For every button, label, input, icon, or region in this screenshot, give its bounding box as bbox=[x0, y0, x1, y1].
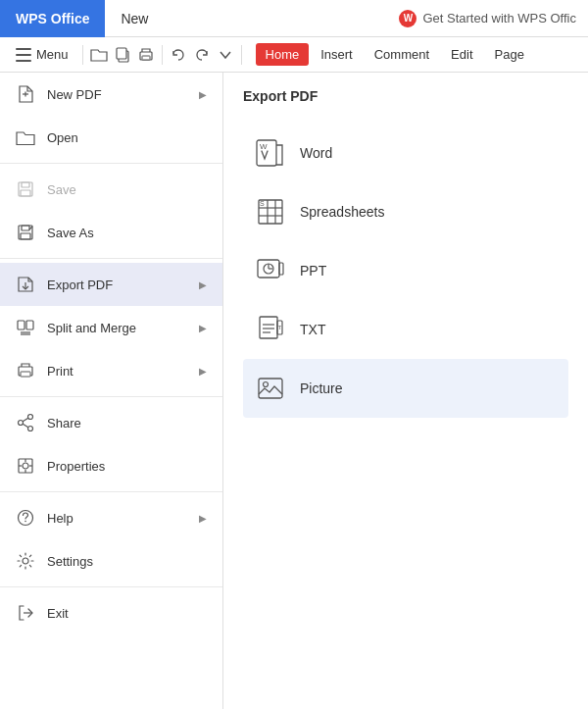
split-merge-icon bbox=[16, 318, 35, 337]
svg-point-28 bbox=[23, 463, 28, 469]
menu-button[interactable]: Menu bbox=[8, 43, 76, 66]
help-icon bbox=[16, 508, 35, 528]
spreadsheets-icon: S bbox=[255, 196, 286, 228]
properties-label: Properties bbox=[47, 459, 207, 474]
svg-rect-1 bbox=[16, 54, 31, 56]
svg-rect-10 bbox=[22, 182, 29, 187]
menu-label: Menu bbox=[36, 47, 69, 62]
svg-rect-16 bbox=[18, 321, 24, 329]
wps-red-icon: W bbox=[399, 10, 416, 27]
right-panel: Export PDF W Word bbox=[223, 73, 588, 709]
tab-edit[interactable]: Edit bbox=[441, 43, 482, 66]
open-icon bbox=[16, 127, 35, 147]
submenu-item-ppt[interactable]: PPT bbox=[243, 241, 568, 300]
svg-rect-2 bbox=[16, 60, 31, 62]
menu-item-help[interactable]: Help ▶ bbox=[0, 496, 222, 539]
svg-line-25 bbox=[23, 418, 28, 422]
svg-rect-17 bbox=[26, 321, 33, 329]
split-merge-arrow: ▶ bbox=[199, 323, 207, 333]
menu-item-settings[interactable]: Settings bbox=[0, 539, 222, 582]
save-icon bbox=[16, 179, 35, 199]
chevron-down-icon bbox=[220, 51, 231, 59]
print-icon bbox=[16, 361, 35, 380]
split-merge-label: Split and Merge bbox=[47, 321, 187, 335]
export-pdf-icon bbox=[16, 275, 35, 294]
new-pdf-arrow: ▶ bbox=[199, 89, 207, 100]
main-area: New PDF ▶ Open Save bbox=[0, 73, 588, 709]
word-icon: W bbox=[255, 137, 286, 169]
menu-item-share[interactable]: Share bbox=[0, 401, 222, 444]
nav-tabs: Home Insert Comment Edit Page bbox=[256, 43, 534, 66]
open-label: Open bbox=[47, 130, 207, 145]
spreadsheets-label: Spreadsheets bbox=[300, 204, 384, 220]
svg-rect-56 bbox=[259, 379, 282, 398]
folder-open-button[interactable] bbox=[89, 45, 109, 65]
submenu-item-word[interactable]: W Word bbox=[243, 124, 568, 182]
title-new-tab: New bbox=[105, 11, 164, 26]
menu-item-print[interactable]: Print ▶ bbox=[0, 349, 222, 392]
sep-5 bbox=[0, 586, 222, 587]
dropdown-button[interactable] bbox=[216, 45, 235, 65]
menu-item-properties[interactable]: Properties bbox=[0, 444, 222, 487]
title-bar: WPS Office New W Get Started with WPS Of… bbox=[0, 0, 588, 37]
hamburger-icon bbox=[16, 48, 31, 62]
print-arrow: ▶ bbox=[199, 366, 207, 377]
tab-page[interactable]: Page bbox=[485, 43, 534, 66]
export-pdf-label: Export PDF bbox=[47, 278, 187, 292]
share-label: Share bbox=[47, 416, 207, 430]
share-icon bbox=[16, 413, 35, 432]
submenu-item-picture[interactable]: Picture bbox=[243, 359, 568, 418]
sep-4 bbox=[0, 491, 222, 492]
picture-label: Picture bbox=[300, 380, 343, 396]
menu-item-export-pdf[interactable]: Export PDF ▶ bbox=[0, 263, 222, 306]
svg-point-35 bbox=[23, 558, 28, 564]
submenu-item-txt[interactable]: T TXT bbox=[243, 300, 568, 359]
ppt-label: PPT bbox=[300, 263, 326, 279]
exit-icon bbox=[16, 603, 35, 623]
redo-icon bbox=[194, 47, 210, 63]
tab-comment[interactable]: Comment bbox=[365, 43, 439, 66]
tab-insert[interactable]: Insert bbox=[311, 43, 363, 66]
txt-icon: T bbox=[255, 314, 286, 345]
svg-point-24 bbox=[28, 427, 33, 431]
toolbar: Menu Hom bbox=[0, 37, 588, 73]
toolbar-sep-3 bbox=[241, 45, 242, 65]
sep-1 bbox=[0, 163, 222, 164]
menu-item-save-as[interactable]: Save As bbox=[0, 211, 222, 254]
toolbar-sep-2 bbox=[162, 45, 163, 65]
svg-point-22 bbox=[28, 415, 33, 420]
print-toolbar-button[interactable] bbox=[136, 45, 156, 65]
export-pdf-arrow: ▶ bbox=[199, 279, 207, 290]
picture-icon bbox=[255, 373, 286, 404]
copy-icon bbox=[115, 47, 130, 63]
svg-point-57 bbox=[264, 382, 269, 387]
folder-icon bbox=[90, 47, 108, 63]
svg-text:T: T bbox=[278, 325, 282, 330]
svg-point-34 bbox=[24, 521, 26, 523]
undo-icon bbox=[171, 47, 186, 63]
submenu-title: Export PDF bbox=[243, 88, 568, 112]
new-pdf-label: New PDF bbox=[47, 87, 187, 102]
svg-rect-6 bbox=[142, 56, 150, 60]
svg-text:W: W bbox=[260, 142, 268, 151]
svg-rect-11 bbox=[21, 190, 30, 196]
redo-button[interactable] bbox=[192, 45, 212, 65]
svg-point-23 bbox=[19, 421, 24, 426]
menu-item-new-pdf[interactable]: New PDF ▶ bbox=[0, 73, 222, 116]
save-as-label: Save As bbox=[47, 226, 207, 240]
svg-rect-14 bbox=[21, 233, 30, 239]
copy-button[interactable] bbox=[113, 45, 132, 65]
wps-office-button[interactable]: WPS Office bbox=[0, 0, 105, 37]
svg-text:S: S bbox=[260, 200, 265, 207]
help-arrow: ▶ bbox=[199, 513, 207, 524]
menu-item-exit[interactable]: Exit bbox=[0, 591, 222, 634]
menu-item-open[interactable]: Open bbox=[0, 116, 222, 159]
submenu-item-spreadsheets[interactable]: S Spreadsheets bbox=[243, 182, 568, 241]
properties-icon bbox=[16, 456, 35, 476]
tab-home[interactable]: Home bbox=[256, 43, 310, 66]
toolbar-sep-1 bbox=[82, 45, 83, 65]
undo-button[interactable] bbox=[169, 45, 188, 65]
new-pdf-icon bbox=[16, 84, 35, 104]
svg-line-26 bbox=[23, 424, 28, 428]
menu-item-split-merge[interactable]: Split and Merge ▶ bbox=[0, 306, 222, 349]
